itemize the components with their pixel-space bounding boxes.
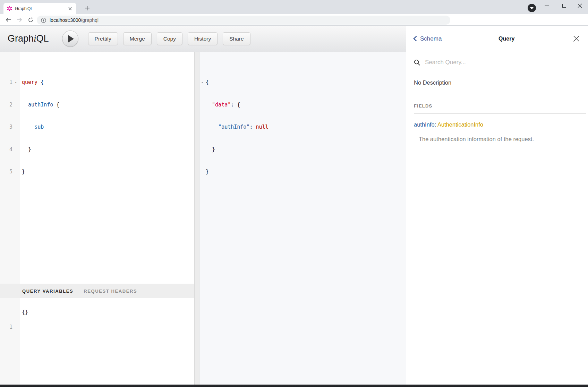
tab-search-button[interactable] — [528, 4, 536, 12]
reload-button[interactable] — [26, 15, 35, 25]
query-editor-code[interactable]: query { authInfo { sub } } — [19, 52, 59, 284]
tab-query-variables[interactable]: QUERY VARIABLES — [22, 289, 73, 294]
new-tab-button[interactable] — [83, 3, 92, 12]
code-line: } — [22, 168, 59, 176]
doc-explorer-title: Query — [442, 36, 571, 42]
line-number: 1 — [0, 79, 12, 86]
fields-section-header: FIELDS — [414, 103, 586, 114]
prettify-button[interactable]: Prettify — [88, 32, 118, 45]
doc-search-row — [414, 52, 586, 73]
code-line: } — [206, 146, 269, 154]
merge-button[interactable]: Merge — [123, 32, 152, 45]
chevron-left-icon — [413, 36, 417, 42]
minimize-icon — [545, 6, 549, 6]
search-icon — [414, 59, 420, 66]
doc-search-input[interactable] — [424, 59, 556, 66]
url-path: /graphql — [81, 17, 99, 23]
code-line: "data": { — [206, 101, 269, 109]
close-x-icon — [573, 35, 580, 42]
tab-request-headers[interactable]: REQUEST HEADERS — [84, 289, 137, 294]
reload-icon — [28, 17, 34, 23]
browser-toolbar: localhost:3000/graphql P Tp L Aktualisie… — [0, 14, 588, 26]
secondary-editor-tabs: QUERY VARIABLES REQUEST HEADERS — [0, 284, 194, 298]
field-name-link[interactable]: authInfo — [414, 121, 435, 128]
doc-explorer-body: No Description FIELDS authInfo: Authenti… — [406, 73, 588, 143]
forward-arrow-icon — [16, 17, 23, 23]
code-line: { — [206, 79, 269, 86]
site-info-icon[interactable] — [41, 18, 46, 23]
field-description: The authentication information of the re… — [419, 136, 580, 143]
field-entry: authInfo: AuthenticationInfo — [414, 121, 580, 128]
editor-result-divider[interactable] — [194, 52, 199, 385]
code-line: sub — [22, 123, 59, 131]
fold-arrow-icon[interactable]: ▾ — [12, 79, 19, 86]
share-button[interactable]: Share — [223, 32, 250, 45]
query-variables-editor[interactable]: 1 {} — [0, 298, 194, 385]
code-line: authInfo { — [22, 101, 59, 109]
window-minimize-button[interactable] — [542, 1, 552, 10]
browser-tab-graphiql[interactable]: GraphiQL — [3, 3, 76, 14]
window-close-button[interactable] — [574, 1, 585, 10]
code-line: query { — [22, 79, 59, 86]
code-line: "authInfo": null — [206, 123, 269, 131]
doc-explorer: Schema Query No Description FIELDS authI… — [406, 26, 588, 385]
graphiql-toolbar: GraphiQL Prettify Merge Copy History Sha… — [0, 26, 406, 52]
line-number: 4 — [0, 146, 12, 154]
forward-button[interactable] — [15, 15, 24, 25]
tab-close-icon[interactable] — [67, 6, 73, 11]
url-text[interactable]: localhost:3000/graphql — [50, 17, 99, 23]
execute-query-button[interactable] — [62, 31, 78, 47]
line-number: 2 — [0, 101, 12, 109]
line-number: 3 — [0, 123, 12, 131]
line-number: 1 — [0, 324, 12, 331]
graphiql-logo: GraphiQL — [8, 33, 49, 44]
url-host: localhost:3000 — [50, 17, 81, 23]
close-icon — [578, 3, 582, 8]
query-editor-gutter: 1 2 3 4 5 ▾ — [0, 52, 19, 284]
window-maximize-button[interactable] — [559, 1, 569, 10]
caret-down-icon — [530, 7, 534, 9]
type-description: No Description — [414, 79, 580, 86]
tab-title: GraphiQL — [15, 6, 67, 11]
copy-button[interactable]: Copy — [157, 32, 182, 45]
play-icon — [68, 35, 74, 43]
doc-close-button[interactable] — [571, 34, 581, 44]
browser-tabstrip: GraphiQL — [0, 0, 588, 14]
variables-gutter: 1 — [0, 298, 19, 385]
back-button[interactable] — [3, 15, 13, 25]
line-number: 5 — [0, 168, 12, 176]
result-code: { "data": { "authInfo": null } } — [205, 52, 269, 385]
back-arrow-icon — [5, 17, 11, 23]
doc-back-link[interactable]: Schema — [413, 35, 442, 42]
graphql-favicon-icon — [7, 6, 12, 11]
taskbar-edge — [0, 385, 588, 387]
query-editor[interactable]: 1 2 3 4 5 ▾ query { authInfo { sub } } — [0, 52, 194, 284]
maximize-icon — [562, 4, 566, 8]
field-type-link[interactable]: AuthenticationInfo — [437, 121, 483, 128]
doc-explorer-header: Schema Query — [406, 26, 588, 52]
result-viewer: ▾ { "data": { "authInfo": null } } — [199, 52, 406, 385]
history-button[interactable]: History — [188, 32, 218, 45]
fold-arrow-icon[interactable]: ▾ — [199, 79, 205, 86]
code-line: } — [22, 146, 59, 154]
address-bar[interactable]: localhost:3000/graphql — [37, 16, 450, 25]
code-line: } — [206, 168, 269, 176]
variables-code[interactable]: {} — [19, 298, 28, 385]
